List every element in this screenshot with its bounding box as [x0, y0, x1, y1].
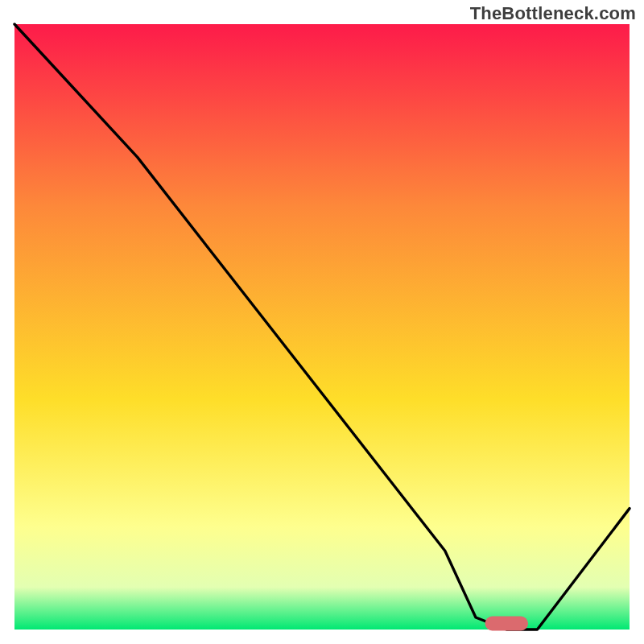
watermark-text: TheBottleneck.com — [470, 3, 636, 24]
bottleneck-plot — [0, 0, 644, 644]
gradient-background — [14, 24, 630, 630]
chart-stage: TheBottleneck.com — [0, 0, 644, 644]
optimal-range-marker — [485, 617, 529, 631]
